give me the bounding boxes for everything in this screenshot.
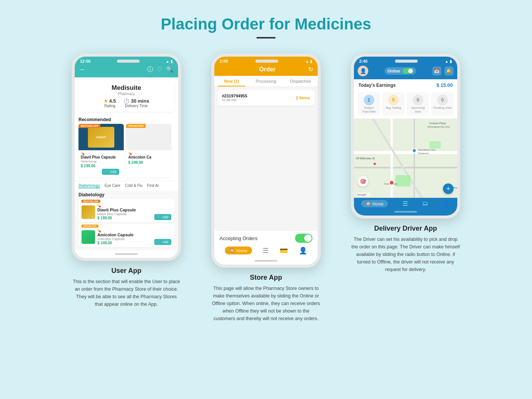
store-delivery: 🕐 30 mins Delivery Time [123,98,149,108]
home-icon: 🏠 [229,248,235,253]
driver-header-icons: 📅 🔔 [432,66,454,75]
user-app-label: User App [111,267,141,275]
store-type: Pharmacy [84,92,169,96]
order-body: #2319794955 01:08 PM 2 Items [214,87,318,230]
orders-icon: ☰ [263,246,269,255]
product-icon-1: 💊 [81,152,121,155]
driver-status-bar: 2:46 ▲ ▮ [354,57,457,64]
list-item-2[interactable]: PROMOTED 💊 Amicolon Capsule Amicolon Cap… [78,224,174,247]
tab-dispatched[interactable]: Dispatched [283,76,318,86]
stat-num-rating: 5 [388,95,399,105]
page-title: Placing Order for Medicines [161,15,371,33]
stat-num-trips: 1 [364,95,374,105]
nav-profile[interactable]: 👤 [299,246,307,255]
list-add-btn-1[interactable]: 🛒 Add [154,214,171,220]
stat-label-trips: Today's Trips/Jobs [359,106,378,113]
calendar-icon[interactable]: 📅 [432,66,441,75]
list-icon-1: 💊 [97,204,152,208]
store-rating: ★ 4.5 Rating [104,98,116,108]
nav-wallet[interactable]: 💳 [280,246,288,255]
order-items: 2 Items [296,96,310,100]
driver-nav-wallet[interactable]: 🗂 [422,200,428,207]
svg-text:Ahmedabad City Cent: Ahmedabad City Cent [427,126,450,128]
product-name-2: Amicolon Ca [128,155,169,160]
home-nav-btn[interactable]: 🏠 Home [225,246,252,254]
stat-card-upcoming: 0 Upcoming Jobs [407,92,429,116]
list-item-1[interactable]: BESTSELLER 💊 Diavit Plus Capsule Diavit … [78,199,174,222]
wifi-icon: ▲ [305,59,309,63]
map-area[interactable]: Off Billionaire St Tata Motors Cars Show… [354,119,457,198]
cat-tab-firstaid[interactable]: First Ai [147,183,159,188]
store-status-bar: 1:09 ▲ ▮ [214,57,318,64]
search-icon[interactable]: 🔍 [166,66,174,74]
list-badge-bestseller: BESTSELLER [81,200,100,203]
store-app-desc: This page will allow the Pharmacy Store … [211,285,321,322]
refresh-icon[interactable]: ↻ [308,66,313,73]
battery-icon: ▮ [450,59,452,63]
svg-text:Crowne Plaza: Crowne Plaza [429,122,446,125]
add-button-1[interactable]: 🛒 Add [102,169,119,175]
product-card-2[interactable]: PROMOTED 💊 Amicolon Ca $ 249.00 [126,124,171,178]
cat-tab-diabetology[interactable]: Diabetology [78,183,100,188]
product-name-1: Diavit Plus Capsule [81,155,121,160]
stats-row: 1 Today's Trips/Jobs 5 Avg. Rating 0 Upc… [354,92,457,119]
user-app-header: ← ⓘ ♡ 🔍 [75,64,178,77]
stat-card-rating: 5 Avg. Rating [382,92,404,116]
list-item-sub-1: Diavit Plus Capsule [97,212,152,216]
wifi-icon: ▲ [166,59,169,63]
store-header-title: Order [259,66,276,73]
cat-tab-coldflu[interactable]: Cold & Flu [125,183,143,188]
accepting-toggle[interactable] [295,234,312,243]
nav-orders[interactable]: ☰ [263,246,269,255]
nav-home[interactable]: 🏠 Home [225,246,252,255]
order-tabs: New (1) Processing Dispatched [214,76,318,87]
heart-icon[interactable]: ♡ [157,66,162,74]
home-indicator-bar [214,257,318,265]
header-icons: ⓘ ♡ 🔍 [147,66,174,74]
stat-label-pending: Pending Jobs [433,106,452,110]
store-app-label: Store App [250,274,282,282]
back-icon[interactable]: ← [79,66,86,74]
user-status-bar: 12:56 ▲ ▮ [75,57,178,64]
online-dot-knob [408,69,413,73]
toggle-knob [304,234,312,242]
stat-label-rating: Avg. Rating [384,106,403,110]
driver-nav-profile[interactable]: 👤 [443,200,450,207]
wifi-icon: ▲ [445,59,449,63]
phones-row: 12:56 ▲ ▮ ← ⓘ ♡ 🔍 Medisuite Pharmacy [68,54,464,322]
earnings-amount: $ 15.00 [437,82,453,88]
list-item-img-1 [81,205,95,219]
profile-icon: 👤 [299,246,307,255]
tab-new[interactable]: New (1) [214,76,249,86]
list-item-sub-2: Amicolon Capsule [97,237,152,241]
driver-nav-home[interactable]: 🏠 Home [361,200,388,207]
online-toggle[interactable]: Online [384,67,416,75]
map-plus-btn[interactable]: + [443,183,454,194]
order-card-1[interactable]: #2319794955 01:08 PM 2 Items [217,90,315,106]
driver-header: 👤 Online 📅 🔔 [354,64,457,79]
user-app-phone: 12:56 ▲ ▮ ← ⓘ ♡ 🔍 Medisuite Pharmacy [72,54,181,261]
bell-icon[interactable]: 🔔 [444,66,454,75]
info-icon[interactable]: ⓘ [147,66,153,74]
driver-avatar: 👤 [358,66,368,76]
tab-processing[interactable]: Processing [249,76,283,86]
driver-nav-orders[interactable]: ☰ [403,200,408,207]
list-item-price-1: $ 199.00 [97,216,152,220]
list-item-name-1: Diavit Plus Capsule [97,208,152,212]
order-time: 01:08 PM [222,98,247,102]
list-add-btn-2[interactable]: 🛒 Add [154,239,171,245]
locate-btn[interactable]: 🎯 [358,176,368,186]
product-price-1: $ 199.00 [81,164,121,168]
category-tabs: Diabetology Eye Care Cold & Flu First Ai [75,181,178,191]
svg-point-15 [389,180,394,185]
stat-card-pending: 0 Pending Jobs [431,92,454,116]
product-card-1[interactable]: BESTSELLER DIAVIT 💊 Diavit Plus Capsule … [78,124,124,178]
list-item-name-2: Amicolon Capsule [97,233,152,237]
wallet-icon: 💳 [280,246,288,255]
order-left: #2319794955 01:08 PM [222,94,247,102]
driver-home-btn[interactable]: 🏠 Home [361,200,388,207]
status-icons: ▲ ▮ [166,59,173,63]
user-app-desc: This is the section that will enable the… [72,278,181,308]
user-app-column: 12:56 ▲ ▮ ← ⓘ ♡ 🔍 Medisuite Pharmacy [68,54,185,308]
cat-tab-eyecare[interactable]: Eye Care [105,183,120,188]
